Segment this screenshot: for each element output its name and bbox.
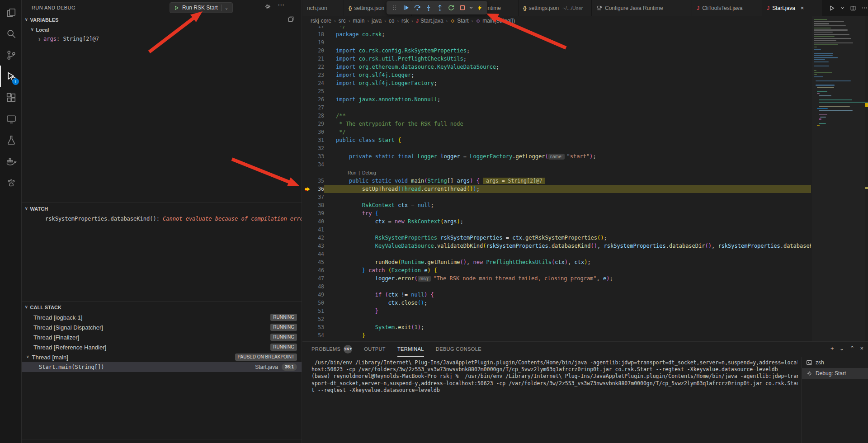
split-editor-icon[interactable]: [850, 5, 856, 11]
gutter[interactable]: [302, 160, 312, 169]
gutter[interactable]: [302, 193, 312, 201]
tab-start-java[interactable]: JStart.java×: [762, 0, 822, 16]
tab-nch-json[interactable]: nch.json: [302, 0, 344, 16]
step-out-icon[interactable]: [434, 2, 445, 14]
gutter[interactable]: [302, 55, 312, 63]
animal-icon[interactable]: [0, 172, 21, 193]
thread-row[interactable]: ∨Thread [main]PAUSED ON BREAKPOINT: [22, 352, 302, 362]
gear-icon[interactable]: [264, 3, 271, 10]
tab-configure-java-runtime[interactable]: Configure Java Runtime: [592, 0, 692, 16]
gutter[interactable]: [302, 323, 312, 331]
remote-explorer-icon[interactable]: [0, 108, 21, 129]
tab-clitoolstest-java[interactable]: JCliToolsTest.java: [692, 0, 762, 16]
step-over-icon[interactable]: [411, 2, 423, 14]
chevron-down-icon[interactable]: [840, 5, 845, 10]
terminal-list-item-debug-start[interactable]: Debug: Start: [802, 368, 868, 379]
panel-tab-problems[interactable]: PROBLEMS1K+: [311, 342, 352, 357]
gutter[interactable]: [302, 47, 312, 55]
gutter[interactable]: [302, 112, 312, 120]
gutter[interactable]: [302, 209, 312, 217]
gutter[interactable]: [302, 120, 312, 128]
gutter[interactable]: [302, 217, 312, 226]
chevron-down-icon[interactable]: ⌄: [840, 345, 844, 352]
continue-icon[interactable]: [400, 2, 411, 14]
breadcrumb-item[interactable]: src: [339, 18, 346, 24]
terminal-list-item-zsh[interactable]: zsh: [802, 357, 868, 368]
variable-args[interactable]: ❯ args: String[2]@7: [22, 34, 302, 43]
gutter[interactable]: [302, 274, 312, 283]
more-icon[interactable]: [861, 5, 868, 11]
gutter[interactable]: [302, 104, 312, 112]
variables-scope-local[interactable]: ∨Local: [22, 25, 302, 34]
breadcrumb-item[interactable]: co: [389, 18, 395, 24]
new-terminal-icon[interactable]: +: [830, 345, 834, 352]
breadcrumb-item[interactable]: java: [372, 18, 382, 24]
code-editor[interactable]: 17 */18package co.rsk;1920import co.rsk.…: [302, 26, 811, 341]
extensions-icon[interactable]: [0, 87, 21, 108]
gutter[interactable]: [302, 201, 312, 209]
breakpoints-header[interactable]: ∨BREAKPOINTS: [22, 440, 302, 443]
gutter[interactable]: [302, 26, 312, 30]
gutter[interactable]: [302, 307, 312, 315]
panel-tab-debug-console[interactable]: DEBUG CONSOLE: [436, 342, 481, 357]
source-control-icon[interactable]: [0, 44, 21, 66]
breadcrumb-item[interactable]: rskj-core: [311, 18, 331, 24]
codelens-run-link[interactable]: Run: [348, 169, 356, 177]
watch-expression-row[interactable]: rskSystemProperties.databaseKind(): Cann…: [22, 216, 302, 225]
minimap[interactable]: [812, 16, 865, 341]
gutter[interactable]: [302, 331, 312, 339]
gutter[interactable]: [302, 63, 312, 71]
gutter[interactable]: [302, 299, 312, 307]
gutter[interactable]: [302, 79, 312, 87]
gutter[interactable]: [302, 30, 312, 38]
gutter[interactable]: [302, 128, 312, 136]
gutter[interactable]: [302, 250, 312, 258]
gutter[interactable]: [302, 315, 312, 323]
search-icon[interactable]: [0, 23, 21, 44]
gutter[interactable]: [302, 38, 312, 47]
gutter[interactable]: [302, 152, 312, 160]
close-icon[interactable]: ×: [801, 5, 804, 11]
thread-row[interactable]: Thread [Finalizer]RUNNING: [22, 332, 302, 342]
panel-tab-terminal[interactable]: TERMINAL: [397, 342, 424, 357]
thread-row[interactable]: Thread [logback-1]RUNNING: [22, 312, 302, 322]
current-statement-breakpoint-icon[interactable]: [302, 185, 312, 193]
gutter[interactable]: [302, 87, 312, 95]
run-debug-icon[interactable]: 1: [0, 66, 21, 87]
docker-icon[interactable]: [0, 151, 21, 172]
breadcrumb-item[interactable]: rsk: [401, 18, 409, 24]
variables-header[interactable]: ∨VARIABLES: [22, 15, 302, 25]
launch-config-button[interactable]: Run RSK Start ⌄: [170, 2, 233, 13]
gutter[interactable]: [302, 266, 312, 274]
breadcrumb-item[interactable]: JStart.java: [416, 18, 443, 24]
panel-tab-output[interactable]: OUTPUT: [364, 342, 386, 357]
gutter[interactable]: [302, 291, 312, 299]
gutter[interactable]: [302, 226, 312, 234]
breadcrumb-item[interactable]: main(String[]): [476, 18, 515, 24]
stop-icon[interactable]: [457, 2, 468, 14]
gutter[interactable]: [302, 136, 312, 144]
gutter[interactable]: [302, 144, 312, 152]
gutter[interactable]: [302, 177, 312, 185]
gutter[interactable]: [302, 283, 312, 291]
close-icon[interactable]: ×: [860, 345, 863, 352]
more-actions-icon[interactable]: ⋯: [278, 1, 285, 9]
chevron-down-icon[interactable]: ⌄: [225, 5, 228, 10]
thread-row[interactable]: Thread [Reference Handler]RUNNING: [22, 342, 302, 352]
gutter[interactable]: [302, 234, 312, 242]
hot-code-replace-icon[interactable]: [474, 2, 485, 14]
watch-header[interactable]: ∨WATCH: [22, 204, 302, 214]
run-icon[interactable]: [829, 5, 835, 11]
call-stack-header[interactable]: ∨CALL STACK: [22, 302, 302, 312]
breadcrumb-item[interactable]: Start: [450, 18, 468, 24]
testing-icon[interactable]: [0, 129, 21, 151]
explorer-icon[interactable]: [0, 2, 21, 23]
stop-chevron-icon[interactable]: [468, 2, 474, 14]
chevron-up-icon[interactable]: ⌃: [850, 345, 855, 352]
restart-icon[interactable]: [445, 2, 457, 14]
thread-row[interactable]: Thread [Signal Dispatcher]RUNNING: [22, 322, 302, 332]
gutter[interactable]: [302, 95, 312, 104]
codelens-debug-link[interactable]: Debug: [362, 169, 376, 177]
step-into-icon[interactable]: [423, 2, 434, 14]
stack-frame-row[interactable]: Start.main(String[])Start.java36:1: [22, 362, 302, 372]
